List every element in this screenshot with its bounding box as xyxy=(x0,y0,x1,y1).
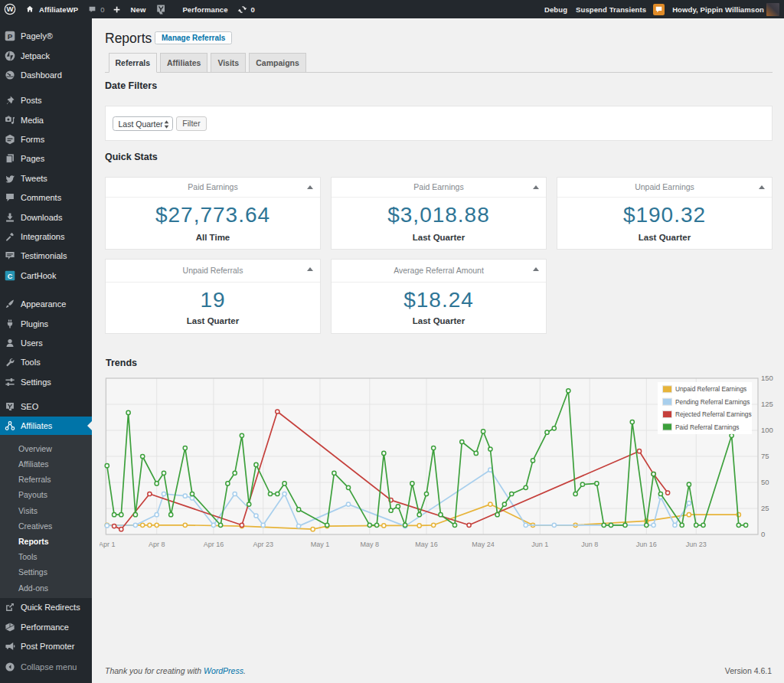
svg-text:Jun 16: Jun 16 xyxy=(636,541,657,548)
svg-text:Apr 16: Apr 16 xyxy=(204,541,224,548)
svg-text:W: W xyxy=(6,5,14,13)
svg-text:P: P xyxy=(8,32,13,41)
svg-text:Unpaid Referral Earnings: Unpaid Referral Earnings xyxy=(675,385,746,393)
svg-text:Apr 8: Apr 8 xyxy=(149,541,165,548)
svg-text:50: 50 xyxy=(761,478,769,486)
svg-text:Apr 1: Apr 1 xyxy=(100,541,116,548)
svg-text:Rejected Referral Earnings: Rejected Referral Earnings xyxy=(675,410,752,418)
svg-text:C: C xyxy=(8,272,13,279)
svg-text:Jun 8: Jun 8 xyxy=(581,541,598,548)
svg-text:100: 100 xyxy=(761,426,773,434)
svg-text:25: 25 xyxy=(761,504,769,512)
svg-text:May 1: May 1 xyxy=(311,541,330,548)
svg-text:150: 150 xyxy=(761,374,773,382)
svg-text:May 8: May 8 xyxy=(361,541,380,548)
svg-text:Apr 23: Apr 23 xyxy=(253,541,273,548)
svg-text:Pending Referral Earnings: Pending Referral Earnings xyxy=(675,398,750,406)
svg-text:0: 0 xyxy=(761,530,765,538)
svg-text:May 16: May 16 xyxy=(415,541,438,548)
svg-text:Jun 23: Jun 23 xyxy=(686,541,707,548)
svg-text:Paid Referral Earnings: Paid Referral Earnings xyxy=(675,423,739,431)
svg-text:125: 125 xyxy=(761,400,773,408)
svg-text:May 24: May 24 xyxy=(472,541,495,548)
svg-text:Jun 1: Jun 1 xyxy=(531,541,548,548)
svg-text:75: 75 xyxy=(761,452,769,460)
